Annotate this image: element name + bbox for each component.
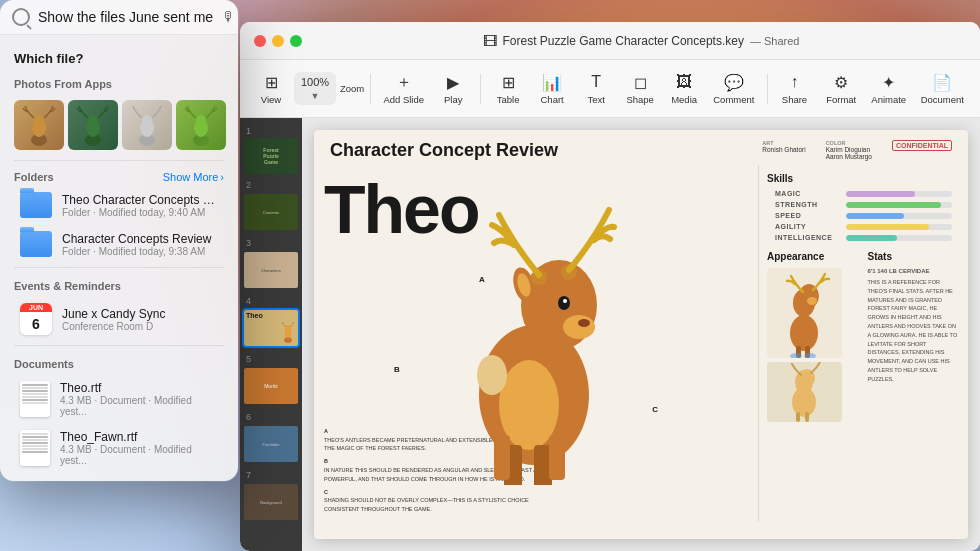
slide-num-7: 7 — [240, 466, 302, 480]
stats-section: Stats 6'1 140 LB CERVIDAE THIS IS A REFE… — [868, 251, 961, 422]
events-section-title: Events & Reminders — [0, 272, 238, 296]
doc-name-2: Theo_Fawn.rtf — [60, 430, 218, 444]
slide-thumb-1[interactable]: ForestPuzzleGame — [244, 138, 298, 174]
slide-thumb-3[interactable]: Characters — [244, 252, 298, 288]
appearance-figure-2 — [767, 362, 842, 422]
doc-item-2[interactable]: Theo_Fawn.rtf 4.3 MB · Document · Modifi… — [6, 424, 232, 472]
shared-badge: — Shared — [750, 35, 800, 47]
stats-description: THIS IS A REFERENCE FOR THEO'S FINAL STA… — [868, 278, 961, 384]
agility-bar — [846, 224, 929, 230]
photo-thumb-3[interactable] — [122, 100, 172, 150]
keynote-window: 🎞 Forest Puzzle Game Character Concepts.… — [240, 22, 980, 551]
event-location: Conference Room D — [62, 321, 218, 332]
appearance-label: Appearance — [767, 251, 860, 262]
which-file-label: Which file? — [0, 43, 238, 70]
strength-bar — [846, 202, 941, 208]
add-slide-toolbar-item[interactable]: ＋ Add Slide — [377, 66, 430, 111]
slide-canvas[interactable]: Character Concept Review ART Ronish Ghat… — [314, 130, 968, 539]
svg-point-4 — [34, 115, 44, 125]
photo-thumb-2[interactable] — [68, 100, 118, 150]
play-toolbar-item[interactable]: ▶ Play — [432, 66, 474, 111]
cal-month: JUN — [20, 303, 52, 312]
magic-bar — [846, 191, 915, 197]
zoom-value: 100% — [301, 76, 329, 88]
folder-item-1[interactable]: Theo Character Concepts R1 Folder · Modi… — [6, 186, 232, 224]
svg-rect-37 — [549, 435, 565, 480]
microphone-icon[interactable]: 🎙 — [221, 9, 237, 25]
play-icon: ▶ — [443, 72, 463, 92]
photo-thumb-4[interactable] — [176, 100, 226, 150]
document-toolbar-item[interactable]: 📄 Document — [915, 66, 970, 111]
table-label: Table — [497, 94, 520, 105]
shape-label: Shape — [626, 94, 653, 105]
close-button[interactable] — [254, 35, 266, 47]
shape-icon: ◻ — [630, 72, 650, 92]
view-icon: ⊞ — [261, 72, 281, 92]
calendar-icon: JUN 6 — [20, 303, 52, 335]
slide-thumb-5[interactable]: Moritz — [244, 368, 298, 404]
skill-intelligence: INTELLIGENCE — [767, 234, 960, 241]
divider-1 — [14, 160, 224, 161]
chart-toolbar-item[interactable]: 📊 Chart — [531, 66, 573, 111]
slide-thumb-4[interactable]: Theo — [244, 310, 298, 346]
comment-toolbar-item[interactable]: 💬 Comment — [707, 66, 760, 111]
zoom-control[interactable]: 100% ▼ — [294, 72, 336, 105]
show-more-folders[interactable]: Show More › — [163, 171, 224, 183]
appearance-deer-svg — [767, 268, 842, 358]
svg-point-30 — [558, 296, 570, 310]
text-label: Text — [587, 94, 604, 105]
text-toolbar-item[interactable]: T Text — [575, 66, 617, 111]
search-icon — [12, 8, 30, 26]
svg-point-28 — [563, 315, 595, 339]
slide-thumbnail-panel: 1 ForestPuzzleGame 2 Contents 3 Characte… — [240, 118, 302, 551]
slide-thumb-2[interactable]: Contents — [244, 194, 298, 230]
event-item-1[interactable]: JUN 6 June x Candy Sync Conference Room … — [6, 297, 232, 341]
shape-toolbar-item[interactable]: ◻ Shape — [619, 66, 661, 111]
slide-meta: ART Ronish Ghatori COLOR Karim Dioguian … — [762, 140, 952, 160]
folder-icon-1 — [20, 192, 52, 218]
character-area: Theo — [314, 165, 758, 522]
folder-name-2: Character Concepts Review — [62, 232, 218, 246]
folder-meta-2: Folder · Modified today, 9:38 AM — [62, 246, 218, 257]
search-input[interactable] — [38, 9, 213, 25]
svg-rect-57 — [805, 412, 809, 422]
stats-measurements: 6'1 140 LB CERVIDAE — [868, 268, 961, 274]
main-area: 1 ForestPuzzleGame 2 Contents 3 Characte… — [240, 118, 980, 551]
slide-thumb-6[interactable]: Firedrake — [244, 426, 298, 462]
format-toolbar-item[interactable]: ⚙ Format — [819, 66, 862, 111]
document-icon: 📄 — [932, 72, 952, 92]
appearance-deer-2-svg — [767, 362, 842, 422]
animate-toolbar-item[interactable]: ✦ Animate — [865, 66, 913, 111]
maximize-button[interactable] — [290, 35, 302, 47]
traffic-lights — [254, 35, 302, 47]
format-icon: ⚙ — [831, 72, 851, 92]
svg-rect-36 — [494, 435, 510, 480]
comment-icon: 💬 — [724, 72, 744, 92]
skills-section: Skills MAGIC STRENGTH SPEED — [767, 173, 960, 241]
svg-rect-56 — [796, 412, 800, 422]
photos-grid — [0, 94, 238, 156]
folder-item-2[interactable]: Character Concepts Review Folder · Modif… — [6, 225, 232, 263]
skill-speed: SPEED — [767, 212, 960, 219]
photos-section-title: Photos From Apps — [0, 70, 238, 94]
doc-info-2: Theo_Fawn.rtf 4.3 MB · Document · Modifi… — [60, 430, 218, 466]
doc-item-1[interactable]: Theo.rtf 4.3 MB · Document · Modified ye… — [6, 375, 232, 423]
share-toolbar-item[interactable]: ↑ Share — [773, 66, 815, 111]
slide-thumb-7[interactable]: Background — [244, 484, 298, 520]
event-name: June x Candy Sync — [62, 307, 218, 321]
color-value1: Karim Dioguian — [826, 146, 872, 153]
share-label: Share — [782, 94, 807, 105]
search-bar: 🎙 — [0, 0, 238, 35]
table-toolbar-item[interactable]: ⊞ Table — [487, 66, 529, 111]
doc-meta-1: 4.3 MB · Document · Modified yest... — [60, 395, 218, 417]
view-toolbar-item[interactable]: ⊞ View — [250, 66, 292, 111]
photo-thumb-1[interactable] — [14, 100, 64, 150]
animate-label: Animate — [871, 94, 906, 105]
minimize-button[interactable] — [272, 35, 284, 47]
add-slide-icon: ＋ — [394, 72, 414, 92]
slide-num-4: 4 — [240, 292, 302, 306]
skills-label: Skills — [767, 173, 960, 184]
folder-meta-1: Folder · Modified today, 9:40 AM — [62, 207, 218, 218]
media-toolbar-item[interactable]: 🖼 Media — [663, 66, 705, 111]
add-slide-label: Add Slide — [383, 94, 424, 105]
